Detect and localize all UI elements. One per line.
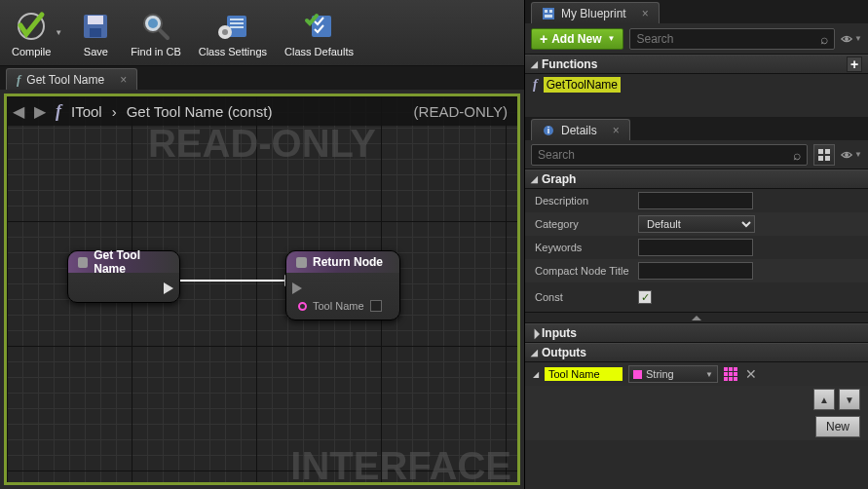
- svg-rect-17: [545, 15, 552, 18]
- function-glyph-icon: f: [56, 101, 61, 122]
- exec-wire: [180, 280, 285, 282]
- close-tab-icon[interactable]: ×: [120, 73, 127, 87]
- plus-icon: +: [540, 31, 547, 47]
- details-search-input[interactable]: [538, 148, 793, 162]
- inputs-section-header[interactable]: ◢Inputs: [525, 323, 868, 343]
- close-tab-icon[interactable]: ×: [642, 7, 649, 20]
- search-icon: ⌕: [820, 31, 828, 47]
- details-tab-icon: i: [542, 124, 555, 137]
- prop-compact-row: Compact Node Title: [525, 259, 868, 282]
- close-tab-icon[interactable]: ×: [613, 124, 620, 137]
- move-up-button[interactable]: ▲: [813, 389, 835, 410]
- readonly-badge: (READ-ONLY): [414, 103, 508, 120]
- remove-output-icon[interactable]: ✕: [743, 366, 759, 382]
- collapse-triangle-icon[interactable]: ◢: [531, 348, 538, 357]
- move-down-button[interactable]: ▼: [839, 389, 860, 410]
- node-return[interactable]: Return Node Tool Name: [285, 250, 400, 320]
- nav-back-icon[interactable]: ◀: [13, 102, 24, 121]
- compile-button[interactable]: Compile: [4, 7, 58, 59]
- pin-label: Tool Name: [313, 300, 364, 312]
- class-settings-label: Class Settings: [199, 46, 267, 57]
- node-get-tool-name[interactable]: Get Tool Name: [67, 250, 180, 303]
- find-label: Find in CB: [131, 46, 180, 57]
- svg-rect-21: [818, 149, 823, 154]
- inputs-section-label: Inputs: [542, 326, 577, 340]
- svg-rect-24: [825, 156, 830, 161]
- details-tab-label: Details: [561, 124, 597, 137]
- svg-rect-10: [230, 26, 244, 28]
- class-settings-button[interactable]: Class Settings: [191, 7, 275, 59]
- class-defaults-button[interactable]: Class Defaults: [277, 7, 361, 59]
- prop-const-checkbox[interactable]: ✓: [638, 290, 652, 304]
- graph-section-header[interactable]: ◢Graph: [525, 169, 868, 189]
- details-view-options-button[interactable]: ▼: [841, 144, 862, 166]
- prop-compact-input[interactable]: [638, 262, 753, 280]
- string-input-pin[interactable]: [298, 302, 307, 311]
- exec-input-pin[interactable]: [292, 282, 302, 294]
- prop-const-label: Const: [535, 291, 638, 303]
- output-param-name[interactable]: Tool Name: [545, 367, 623, 381]
- prop-compact-label: Compact Node Title: [535, 265, 638, 277]
- prop-category-select[interactable]: Default: [638, 215, 755, 233]
- prop-description-input[interactable]: [638, 192, 753, 209]
- add-function-button[interactable]: +: [847, 56, 862, 72]
- graph-canvas[interactable]: ◀ ▶ f ITool › Get Tool Name (const) (REA…: [4, 94, 520, 485]
- my-blueprint-tab[interactable]: My Blueprint ×: [531, 2, 660, 23]
- details-tab-bar: i Details ×: [525, 117, 868, 140]
- blueprint-spacer: [525, 95, 868, 117]
- save-icon: [78, 9, 113, 44]
- blueprint-tab-icon: [542, 7, 555, 20]
- breadcrumb-leaf[interactable]: Get Tool Name (const): [127, 103, 273, 120]
- node-return-title: Return Node: [313, 255, 383, 269]
- prop-const-row: Const ✓: [525, 282, 868, 312]
- details-search[interactable]: ⌕: [531, 144, 808, 166]
- details-tab[interactable]: i Details ×: [531, 119, 630, 140]
- functions-section-header[interactable]: ◢ Functions +: [525, 55, 868, 74]
- prop-description-label: Description: [535, 195, 638, 207]
- search-icon: ⌕: [793, 147, 801, 163]
- outputs-section-label: Outputs: [542, 346, 586, 359]
- function-tab-icon: f: [17, 72, 20, 88]
- svg-line-6: [160, 30, 168, 38]
- svg-rect-16: [549, 10, 552, 13]
- prop-category-row: Category Default: [525, 212, 868, 236]
- expand-triangle-icon[interactable]: ◢: [528, 327, 540, 339]
- outputs-new-row: New: [525, 413, 868, 440]
- collapse-triangle-icon[interactable]: ◢: [533, 370, 539, 379]
- prop-keywords-label: Keywords: [535, 242, 638, 253]
- function-list-item[interactable]: f GetToolName: [525, 74, 868, 95]
- svg-rect-15: [545, 10, 547, 13]
- string-type-color-icon: [633, 370, 642, 379]
- svg-rect-2: [88, 16, 103, 24]
- breadcrumb-root[interactable]: ITool: [71, 103, 102, 120]
- svg-point-25: [845, 153, 849, 157]
- graph-tab-title: Get Tool Name: [26, 73, 104, 87]
- view-options-button[interactable]: ▼: [841, 28, 862, 50]
- svg-point-18: [845, 37, 849, 41]
- outputs-footer: ▲ ▼: [525, 386, 868, 413]
- add-new-button[interactable]: +Add New▼: [531, 28, 623, 50]
- find-in-cb-button[interactable]: Find in CB: [123, 7, 188, 59]
- svg-rect-14: [543, 8, 554, 19]
- chevron-right-icon: ›: [112, 103, 117, 120]
- prop-keywords-input[interactable]: [638, 239, 753, 256]
- property-matrix-button[interactable]: [813, 144, 835, 166]
- container-type-button[interactable]: [724, 367, 737, 381]
- pin-default-checkbox[interactable]: [370, 300, 382, 312]
- blueprint-search[interactable]: ⌕: [629, 28, 835, 50]
- blueprint-search-input[interactable]: [636, 32, 820, 46]
- collapse-triangle-icon[interactable]: ◢: [531, 174, 538, 184]
- outputs-section-header[interactable]: ◢Outputs: [525, 343, 868, 362]
- collapse-triangle-icon[interactable]: ◢: [531, 59, 538, 69]
- prop-description-row: Description: [525, 189, 868, 212]
- class-defaults-label: Class Defaults: [284, 46, 354, 57]
- save-button[interactable]: Save: [70, 7, 121, 59]
- nav-forward-icon[interactable]: ▶: [34, 102, 46, 121]
- exec-output-pin[interactable]: [164, 282, 173, 294]
- output-param-row: ◢ Tool Name String▼ ✕: [525, 362, 868, 386]
- graph-tab[interactable]: f Get Tool Name ×: [6, 68, 137, 90]
- compile-dropdown-icon[interactable]: ▼: [55, 16, 64, 51]
- advanced-toggle-bar[interactable]: [525, 312, 868, 323]
- new-output-button[interactable]: New: [815, 416, 860, 437]
- output-type-select[interactable]: String▼: [628, 365, 718, 383]
